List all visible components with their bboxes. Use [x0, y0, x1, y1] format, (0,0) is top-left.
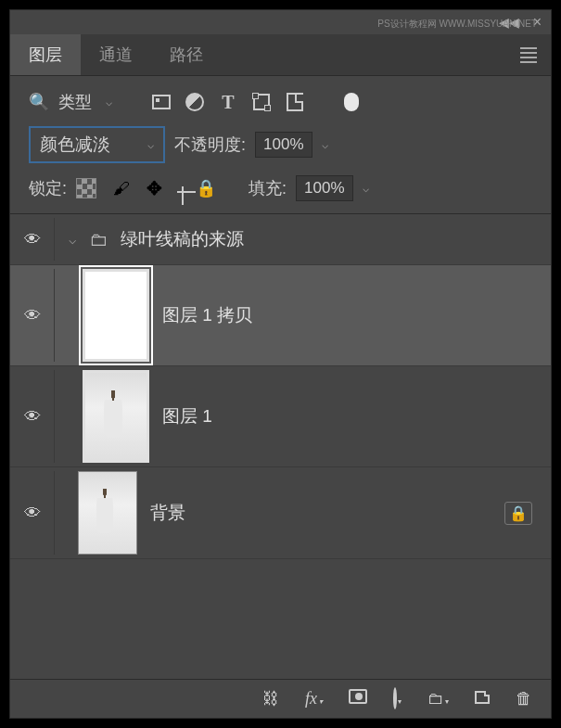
- visibility-icon[interactable]: 👁: [24, 230, 41, 249]
- visibility-icon[interactable]: 👁: [24, 407, 41, 427]
- tab-channels[interactable]: 通道: [81, 34, 151, 75]
- disclosure-icon[interactable]: ⌵: [69, 232, 76, 247]
- filter-adjustment-icon[interactable]: [183, 90, 207, 114]
- blend-row: 颜色减淡 ⌵ 不透明度: 100% ⌵: [10, 121, 551, 171]
- panel-footer: ⛓ fx▾ ▾ 🗀▾ 🗑: [10, 679, 551, 718]
- filter-row: 🔍 类型 ⌵ T: [10, 76, 551, 121]
- filter-kind-label: 类型: [58, 91, 92, 113]
- panel-menu-icon[interactable]: [506, 34, 551, 75]
- lock-label: 锁定:: [29, 177, 67, 199]
- layer-row[interactable]: 👁 图层 1 拷贝: [10, 265, 551, 366]
- layer-row[interactable]: 👁 背景 🔒: [10, 467, 551, 559]
- search-icon[interactable]: 🔍: [29, 92, 49, 112]
- lock-transparent-icon[interactable]: [76, 178, 96, 198]
- tab-layers[interactable]: 图层: [10, 34, 81, 75]
- blend-mode-value: 颜色减淡: [40, 133, 110, 157]
- fill-value[interactable]: 100%: [296, 175, 352, 201]
- adjustment-layer-icon[interactable]: ▾: [393, 689, 402, 709]
- layer-name[interactable]: 图层 1: [162, 404, 212, 428]
- layer-thumbnail[interactable]: [83, 370, 149, 463]
- panel-tabs: 图层 通道 路径: [10, 34, 551, 76]
- delete-layer-icon[interactable]: 🗑: [516, 689, 532, 709]
- opacity-label: 不透明度:: [174, 134, 246, 156]
- filter-smartobject-icon[interactable]: [283, 90, 307, 114]
- fill-label: 填充:: [249, 177, 287, 199]
- tab-paths[interactable]: 路径: [151, 34, 222, 75]
- chevron-down-icon: ⌵: [147, 138, 154, 151]
- chevron-down-icon: ⌵: [106, 96, 112, 109]
- chevron-down-icon[interactable]: ⌵: [363, 182, 369, 195]
- watermark-text: PS设计教程网 WWW.MISSYUAN.NET: [377, 18, 537, 31]
- lock-image-icon[interactable]: 🖌: [113, 179, 130, 198]
- layer-group-row[interactable]: 👁 ⌵ 🗀 绿叶线稿的来源: [10, 214, 551, 265]
- lock-badge-icon: 🔒: [504, 502, 532, 525]
- blend-mode-dropdown[interactable]: 颜色减淡 ⌵: [29, 126, 165, 163]
- lock-all-icon[interactable]: 🔒: [196, 178, 216, 198]
- layer-name[interactable]: 图层 1 拷贝: [162, 303, 252, 327]
- layers-list: 👁 ⌵ 🗀 绿叶线稿的来源 👁 图层 1 拷贝 👁 图层 1 👁: [10, 213, 551, 559]
- filter-pixel-icon[interactable]: [149, 90, 173, 114]
- visibility-icon[interactable]: 👁: [24, 306, 41, 326]
- link-layers-icon[interactable]: ⛓: [262, 689, 279, 709]
- layer-thumbnail[interactable]: [83, 269, 149, 362]
- visibility-icon[interactable]: 👁: [24, 504, 41, 523]
- chevron-down-icon[interactable]: ⌵: [322, 138, 328, 151]
- new-layer-icon[interactable]: [475, 689, 490, 709]
- filter-toggle-icon[interactable]: [339, 90, 363, 114]
- layer-effects-icon[interactable]: fx▾: [305, 689, 323, 709]
- lock-row: 锁定: 🖌 ✥ 🔒 填充: 100% ⌵: [10, 171, 551, 209]
- folder-icon: 🗀: [89, 229, 108, 250]
- filter-kind-dropdown[interactable]: 类型 ⌵: [58, 91, 112, 113]
- layer-mask-icon[interactable]: [349, 689, 367, 709]
- filter-shape-icon[interactable]: [249, 90, 274, 114]
- layer-name[interactable]: 背景: [150, 501, 185, 525]
- group-name[interactable]: 绿叶线稿的来源: [121, 227, 244, 251]
- new-group-icon[interactable]: 🗀▾: [427, 689, 449, 709]
- opacity-value[interactable]: 100%: [255, 132, 312, 158]
- layer-row[interactable]: 👁 图层 1: [10, 366, 551, 467]
- layer-thumbnail[interactable]: [78, 471, 137, 555]
- filter-type-icon[interactable]: T: [216, 90, 240, 114]
- lock-position-icon[interactable]: ✥: [147, 177, 162, 199]
